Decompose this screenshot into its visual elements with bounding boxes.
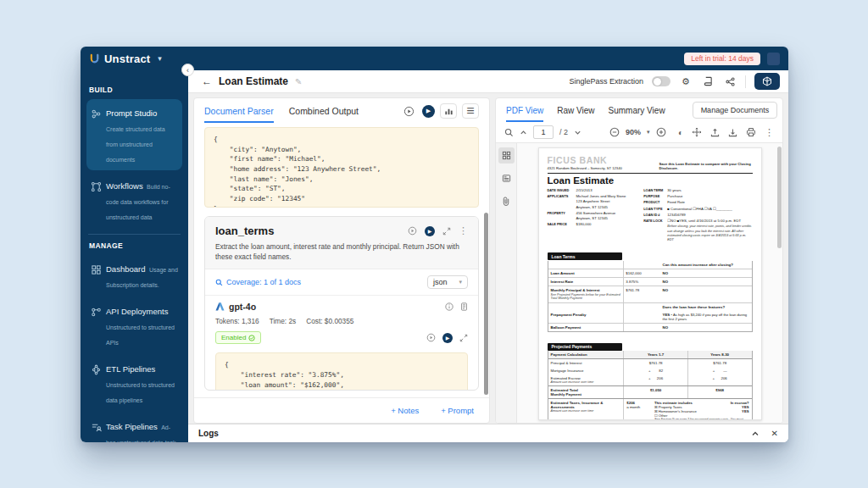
- doc-cell: YES: [742, 409, 748, 413]
- doc-cell: $761.78: [687, 359, 752, 367]
- pdf-scrollbar[interactable]: [777, 147, 782, 248]
- print-icon[interactable]: [746, 127, 756, 137]
- chart-icon[interactable]: [440, 103, 457, 119]
- enabled-badge[interactable]: Enabled: [215, 331, 261, 344]
- page-up-icon[interactable]: [520, 129, 527, 136]
- run-all-button[interactable]: ▶: [422, 105, 435, 118]
- doc-projected-payments-table: Payment Calculation Years 1-7 Years 8-30…: [548, 351, 753, 420]
- export-project-button[interactable]: [754, 73, 780, 90]
- run-prompt-dark-icon[interactable]: ▶: [425, 226, 435, 236]
- tab-raw-view[interactable]: Raw View: [557, 99, 594, 122]
- doc-rate-lock-note: Before closing, your interest rate, poin…: [667, 225, 752, 242]
- kebab-menu-icon[interactable]: ⋮: [459, 225, 468, 236]
- page-total: / 2: [559, 128, 568, 136]
- doc-field-label: SALE PRICE: [548, 222, 576, 227]
- zoom-in-icon[interactable]: [656, 127, 666, 137]
- search-icon[interactable]: [504, 128, 514, 137]
- doc-cell: Principal & Interest: [548, 359, 624, 367]
- doc-cell: 3.875%: [623, 278, 659, 286]
- pdf-view-tabs: PDF View Raw View Summary View loan-esti…: [496, 98, 782, 122]
- chevron-down-icon[interactable]: ▾: [158, 54, 162, 63]
- divider: [745, 75, 746, 88]
- add-notes-button[interactable]: + Notes: [391, 406, 419, 415]
- logs-expand-icon[interactable]: [751, 430, 760, 438]
- export-tool-icon[interactable]: [701, 76, 715, 86]
- more-options-icon[interactable]: ⋮: [765, 127, 774, 138]
- pan-icon[interactable]: [692, 127, 702, 137]
- share-icon[interactable]: [723, 77, 737, 86]
- expand-icon[interactable]: [442, 227, 451, 236]
- doc-section-projected-payments: Projected Payments: [548, 343, 622, 351]
- sidebar-item-api-deployments[interactable]: API Deployments Unstructured to structur…: [86, 297, 182, 353]
- sidebar-item-task-pipelines[interactable]: Task Pipelines Ad-hoc unstructured data …: [86, 413, 182, 442]
- prompt-studio-icon: [91, 104, 102, 165]
- run-prompt-icon[interactable]: [400, 103, 417, 119]
- logs-close-icon[interactable]: ✕: [771, 429, 778, 438]
- avatar[interactable]: [767, 53, 780, 65]
- doc-cell: $761.78: [623, 359, 687, 367]
- page-down-icon[interactable]: [574, 129, 581, 136]
- zoom-out-icon[interactable]: [609, 127, 620, 137]
- doc-cell: Estimated Taxes, Insurance & Assessments: [551, 401, 604, 409]
- pdf-page-area: FICUS BANK 4321 Random Boulevard – Somec…: [517, 143, 782, 423]
- prompt-card-header: loan_terms ▶ ⋮: [205, 217, 478, 269]
- page-number-input[interactable]: [533, 125, 554, 139]
- tab-pdf-view[interactable]: PDF View: [506, 99, 543, 122]
- back-button[interactable]: ←: [202, 75, 212, 87]
- tab-document-parser[interactable]: Document Parser: [204, 99, 274, 123]
- pdf-side-tools: [496, 143, 517, 423]
- sidebar-section-manage: MANAGE: [89, 241, 180, 250]
- sidebar-item-dashboard[interactable]: Dashboard Usage and Subscription details…: [86, 255, 182, 296]
- doc-field-label: LOAN ID #: [643, 213, 667, 218]
- api-deployments-icon: [91, 302, 102, 348]
- contrast-icon[interactable]: ◐: [678, 128, 683, 137]
- doc-cell: $1,050: [623, 386, 687, 398]
- settings-gear-icon[interactable]: ⚙: [679, 76, 693, 87]
- zoom-dropdown-icon[interactable]: ▾: [647, 129, 650, 136]
- info-icon[interactable]: [445, 302, 453, 311]
- run-prompt-icon[interactable]: [408, 226, 417, 236]
- output-format-select[interactable]: json ▾: [427, 275, 468, 289]
- prompt-name: loan_terms: [215, 225, 274, 237]
- model-name: gpt-4o: [229, 302, 256, 312]
- doc-cell: + 82: [623, 367, 687, 374]
- coverage-link[interactable]: Coverage: 1 of 1 docs: [215, 278, 301, 286]
- sidebar-item-label: Task Pipelines: [106, 422, 158, 431]
- doc-cell: NO: [659, 324, 751, 331]
- doc-cell: NO: [659, 286, 751, 303]
- edit-title-icon[interactable]: ✎: [295, 77, 302, 86]
- sidebar-item-etl-pipelines[interactable]: ETL Pipelines Unstructured to structured…: [86, 355, 182, 411]
- add-prompt-button[interactable]: + Prompt: [441, 406, 474, 415]
- doc-field-value: Purchase: [667, 194, 682, 199]
- doc-cell: + 206: [623, 374, 687, 385]
- prompt-json-output: { "interest rate": "3.875%", "loan amoun…: [215, 352, 468, 391]
- output-doc-icon[interactable]: [460, 302, 468, 311]
- doc-bank-name: FICUS BANK: [548, 155, 622, 165]
- doc-cell-note: Amount can increase over time: [551, 409, 621, 413]
- enabled-label: Enabled: [221, 334, 246, 341]
- sidebar-collapse-button[interactable]: ‹: [181, 64, 194, 76]
- attachments-icon[interactable]: [498, 193, 515, 209]
- unstract-logo[interactable]: Unstract ▾: [89, 53, 162, 65]
- zoom-level[interactable]: 90%: [626, 128, 641, 136]
- run-model-icon[interactable]: [426, 333, 436, 342]
- upload-icon[interactable]: [710, 128, 720, 137]
- outline-icon[interactable]: [498, 170, 515, 186]
- sidebar-item-prompt-studio[interactable]: Prompt Studio Create structured data fro…: [86, 99, 182, 170]
- sidebar-item-desc: Unstructured to structured data pipeline…: [106, 382, 175, 403]
- manage-documents-button[interactable]: Manage Documents: [693, 102, 778, 119]
- parser-scrollbar[interactable]: [484, 213, 488, 395]
- doc-field-label: PROPERTY: [548, 211, 576, 221]
- run-model-dark-icon[interactable]: ▶: [442, 333, 453, 343]
- tab-combined-output[interactable]: Combined Output: [289, 99, 359, 123]
- list-view-icon[interactable]: ≡: [462, 103, 479, 119]
- tab-summary-view[interactable]: Summary View: [609, 99, 665, 122]
- download-icon[interactable]: [728, 128, 737, 137]
- sidebar-item-workflows[interactable]: Workflows Build no-code data workflows f…: [86, 172, 182, 228]
- expand-output-icon[interactable]: [459, 334, 468, 342]
- thumbnails-icon[interactable]: [498, 147, 515, 164]
- time-stat: Time: 2s: [270, 317, 297, 325]
- singlepass-toggle[interactable]: [652, 76, 670, 86]
- prompt-text: Extract the loan amount, interest rate a…: [215, 242, 468, 262]
- doc-col-header: Payment Calculation: [548, 351, 624, 358]
